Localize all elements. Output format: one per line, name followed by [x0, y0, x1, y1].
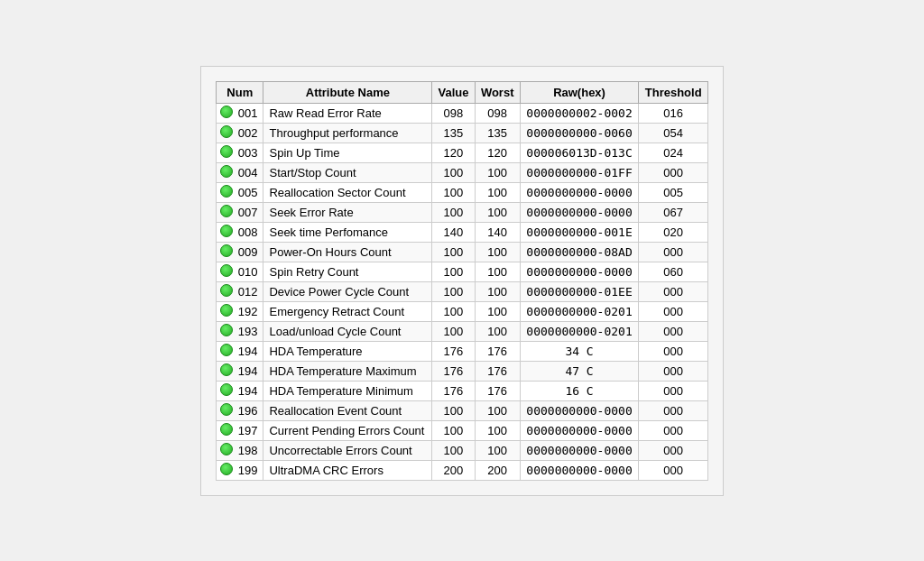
col-header-worst: Worst	[475, 81, 520, 103]
attr-value: 100	[432, 301, 475, 321]
table-row: 004 Start/Stop Count 100 100 0000000000-…	[217, 162, 708, 182]
attr-name: Spin Retry Count	[263, 262, 432, 281]
attr-worst: 100	[475, 301, 520, 321]
attr-value: 135	[432, 123, 475, 143]
attr-worst: 200	[475, 460, 520, 480]
green-dot-icon	[220, 403, 233, 416]
attr-threshold: 000	[639, 281, 708, 301]
green-dot-icon	[220, 106, 233, 118]
table-row: 194 HDA Temperature 176 176 34 C 000	[217, 341, 708, 361]
status-indicator	[217, 123, 236, 143]
green-dot-icon	[220, 205, 233, 217]
attr-value: 176	[432, 361, 475, 381]
attr-num: 192	[236, 301, 263, 321]
attr-raw: 0000000000-01EE	[520, 281, 639, 301]
green-dot-icon	[220, 383, 233, 396]
attr-raw: 47 C	[520, 361, 639, 381]
green-dot-icon	[220, 463, 233, 475]
table-row: 002 Throughput performance 135 135 00000…	[217, 123, 708, 143]
attr-raw: 0000000002-0002	[520, 103, 639, 123]
table-row: 193 Load/unload Cycle Count 100 100 0000…	[217, 321, 708, 341]
attr-worst: 176	[475, 381, 520, 400]
col-header-raw: Raw(hex)	[520, 81, 639, 103]
attr-worst: 100	[475, 440, 520, 460]
green-dot-icon	[220, 423, 233, 436]
status-indicator	[217, 262, 236, 281]
status-indicator	[217, 420, 236, 440]
attr-value: 176	[432, 341, 475, 361]
attr-value: 100	[432, 420, 475, 440]
attr-threshold: 000	[639, 460, 708, 480]
table-row: 005 Reallocation Sector Count 100 100 00…	[217, 182, 708, 202]
attr-num: 194	[236, 361, 263, 381]
attr-threshold: 000	[639, 242, 708, 262]
table-row: 198 Uncorrectable Errors Count 100 100 0…	[217, 440, 708, 460]
attr-name: Current Pending Errors Count	[263, 420, 432, 440]
attr-name: Seek Error Rate	[263, 202, 432, 222]
status-indicator	[217, 202, 236, 222]
attr-worst: 100	[475, 182, 520, 202]
attr-name: Device Power Cycle Count	[263, 281, 432, 301]
attr-name: Load/unload Cycle Count	[263, 321, 432, 341]
green-dot-icon	[220, 225, 233, 237]
status-indicator	[217, 281, 236, 301]
attr-raw: 0000000000-0201	[520, 301, 639, 321]
green-dot-icon	[220, 344, 233, 356]
attr-name: Seek time Perfomance	[263, 222, 432, 242]
table-row: 001 Raw Read Error Rate 098 098 00000000…	[217, 103, 708, 123]
attr-raw: 0000000000-0000	[520, 400, 639, 420]
attr-value: 100	[432, 242, 475, 262]
col-header-value: Value	[432, 81, 475, 103]
attr-name: Reallocation Sector Count	[263, 182, 432, 202]
green-dot-icon	[220, 284, 233, 297]
status-indicator	[217, 400, 236, 420]
status-indicator	[217, 162, 236, 182]
attr-name: Emergency Retract Count	[263, 301, 432, 321]
attr-threshold: 000	[639, 381, 708, 400]
attr-worst: 176	[475, 341, 520, 361]
attr-worst: 098	[475, 103, 520, 123]
attr-value: 100	[432, 281, 475, 301]
attr-name: Reallocation Event Count	[263, 400, 432, 420]
attr-raw: 0000000000-0000	[520, 420, 639, 440]
attr-value: 100	[432, 400, 475, 420]
status-indicator	[217, 301, 236, 321]
attr-worst: 100	[475, 420, 520, 440]
attr-threshold: 000	[639, 341, 708, 361]
status-indicator	[217, 341, 236, 361]
status-indicator	[217, 182, 236, 202]
attr-worst: 100	[475, 242, 520, 262]
table-row: 003 Spin Up Time 120 120 000006013D-013C…	[217, 143, 708, 162]
status-indicator	[217, 242, 236, 262]
attr-raw: 0000000000-0000	[520, 440, 639, 460]
attr-value: 098	[432, 103, 475, 123]
attr-raw: 0000000000-0000	[520, 202, 639, 222]
status-indicator	[217, 381, 236, 400]
attr-raw: 0000000000-0000	[520, 460, 639, 480]
attr-name: Start/Stop Count	[263, 162, 432, 182]
smart-table-container: Num Attribute Name Value Worst Raw(hex) …	[200, 66, 724, 496]
attr-threshold: 000	[639, 361, 708, 381]
attr-name: Throughput performance	[263, 123, 432, 143]
smart-attributes-table: Num Attribute Name Value Worst Raw(hex) …	[216, 81, 708, 481]
attr-value: 100	[432, 202, 475, 222]
attr-raw: 0000000000-0000	[520, 262, 639, 281]
attr-name: Raw Read Error Rate	[263, 103, 432, 123]
status-indicator	[217, 460, 236, 480]
attr-raw: 34 C	[520, 341, 639, 361]
attr-num: 002	[236, 123, 263, 143]
attr-raw: 0000000000-0201	[520, 321, 639, 341]
attr-worst: 135	[475, 123, 520, 143]
attr-threshold: 060	[639, 262, 708, 281]
status-indicator	[217, 361, 236, 381]
attr-worst: 100	[475, 262, 520, 281]
attr-worst: 176	[475, 361, 520, 381]
table-row: 007 Seek Error Rate 100 100 0000000000-0…	[217, 202, 708, 222]
attr-num: 199	[236, 460, 263, 480]
attr-num: 005	[236, 182, 263, 202]
attr-value: 120	[432, 143, 475, 162]
attr-threshold: 000	[639, 321, 708, 341]
table-row: 194 HDA Temperature Minimum 176 176 16 C…	[217, 381, 708, 400]
status-indicator	[217, 222, 236, 242]
attr-raw: 0000000000-08AD	[520, 242, 639, 262]
